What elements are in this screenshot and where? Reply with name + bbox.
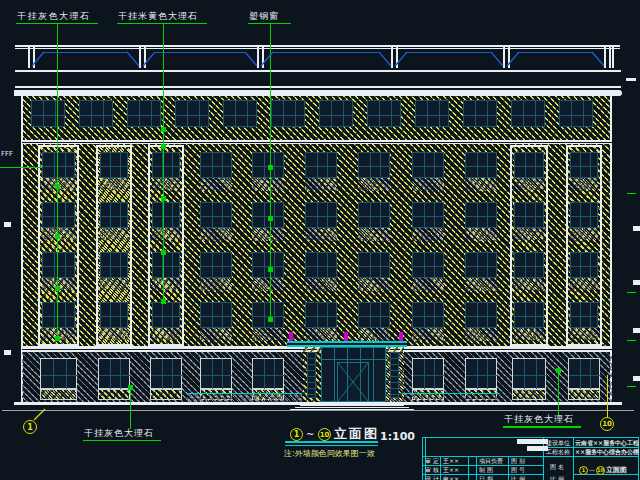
leader-underline: [503, 426, 581, 428]
leader-underline: [117, 23, 207, 24]
title-underline-2: [285, 445, 378, 446]
label-gray-marble-top: 干挂灰色大理石: [17, 12, 91, 21]
dn-dash: —: [589, 467, 595, 473]
label-window-top: 塑钢窗: [249, 12, 279, 21]
title-tilde: ~: [306, 430, 314, 440]
axis-bubble-10: 10: [600, 417, 614, 431]
title-axis-start-bubble: 1: [290, 428, 303, 441]
build-unit-label: 建设单位: [546, 440, 570, 446]
drawing-name-label: 图 名: [550, 464, 564, 470]
title-name: 立面图: [334, 427, 379, 440]
title-block-cell: 王××: [443, 458, 459, 464]
title-block-cell: 图 别: [511, 458, 525, 464]
leader-underline: [83, 440, 161, 441]
cad-elevation-drawing: 干挂灰色大理石 干挂米黄色大理石 塑钢窗 干挂灰色大理石 干挂灰色大理石 FFF…: [0, 0, 640, 480]
title-block: 建设单位 云南省××服务中心工程 工程名称 ××服务中心综合办公楼 图 名 比 …: [422, 437, 639, 480]
project-label: 工程名称: [546, 449, 570, 455]
diagonal-lines-overlay: [0, 0, 640, 480]
title-block-cell: 审 核: [425, 467, 439, 473]
label-beige-marble-top: 干挂米黄色大理石: [118, 12, 198, 21]
title-axis-end-bubble: 10: [318, 428, 331, 441]
title-block-cell: 项目负责: [479, 458, 503, 464]
title-note: 注:外墙颜色同效果图一致: [284, 448, 375, 459]
build-unit-value: 云南省××服务中心工程: [575, 440, 639, 446]
title-block-cell: 日 期: [479, 476, 493, 480]
project-value: ××服务中心综合办公楼: [575, 449, 639, 455]
title-block-cell: 图 号: [511, 467, 525, 473]
title-block-cell: 王××: [443, 467, 459, 473]
dn-axis-end: 10: [596, 466, 605, 475]
axis-bubble-1: 1: [23, 420, 37, 434]
left-elevation-text: FFF: [1, 151, 13, 158]
title-underline: [285, 441, 378, 443]
label-gray-marble-bottom-right: 干挂灰色大理石: [504, 415, 574, 424]
dn-name: 立面图: [606, 467, 627, 474]
design-firm-bar-2: [527, 446, 548, 451]
scale-label: 比 例: [550, 476, 564, 480]
title-block-cell: 设 计: [425, 476, 439, 480]
leader-underline: [16, 23, 98, 24]
title-block-cell: 比 例: [511, 476, 525, 480]
leader-underline: [248, 23, 291, 24]
drawing-name-value: 1 — 10 立面图: [579, 465, 627, 475]
title-scale: 1:100: [380, 431, 415, 442]
design-firm-bar: [517, 439, 548, 444]
dn-axis-start: 1: [579, 466, 588, 475]
title-block-cell: 审 定: [425, 458, 439, 464]
title-block-cell: 电××: [443, 476, 459, 480]
label-gray-marble-bottom-left: 干挂灰色大理石: [84, 429, 154, 438]
title-block-cell: 制 图: [479, 467, 493, 473]
axis-line: [607, 375, 608, 417]
